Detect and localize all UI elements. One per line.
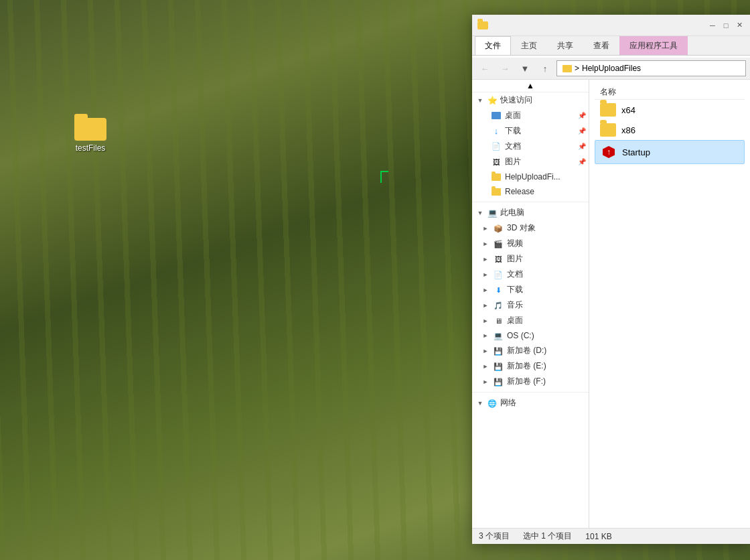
nav-item-documents2[interactable]: ► 文档 <box>472 267 589 282</box>
nav-item-music[interactable]: ► 音乐 <box>472 297 589 313</box>
expand-icon-net: ▼ <box>476 399 484 407</box>
expand-music: ► <box>481 301 490 309</box>
video-icon <box>493 238 504 249</box>
divider2 <box>472 392 589 393</box>
this-pc-label: 此电脑 <box>500 207 524 218</box>
nav-item-vold[interactable]: ► 新加卷 (D:) <box>472 343 589 358</box>
nav-item-downloads[interactable]: ↓ 下载 📌 <box>472 123 589 139</box>
pin-icon-doc: 📌 <box>578 143 586 150</box>
file-item-x86[interactable]: x86 <box>595 120 745 140</box>
window-controls: ─ □ ✕ <box>707 20 745 31</box>
nav-label-helpupload: HelpUploadFi... <box>505 172 560 182</box>
tab-manage[interactable]: 应用程序工具 <box>619 36 688 55</box>
path-arrow: > <box>575 64 579 73</box>
status-count: 3 个项目 <box>479 531 510 542</box>
nav-label-pictures2: 图片 <box>507 253 523 265</box>
network-icon <box>487 398 498 409</box>
nav-item-pictures[interactable]: 🖼 图片 📌 <box>472 154 589 169</box>
doc-nav-icon: 📄 <box>491 141 502 152</box>
network-header[interactable]: ▼ 网络 <box>472 395 589 411</box>
3d-icon <box>493 223 504 234</box>
file-label-startup: Startup <box>622 147 650 157</box>
address-bar: ← → ▼ ↑ > HelpUploadFiles <box>472 58 750 80</box>
folder-icon <box>74 114 106 141</box>
nav-label-vold: 新加卷 (D:) <box>507 345 546 356</box>
d-drive-icon <box>493 346 504 356</box>
expand-vole: ► <box>481 362 490 370</box>
e-drive-icon <box>493 361 504 372</box>
nav-item-helpupload[interactable]: HelpUploadFi... <box>472 169 589 184</box>
this-pc-icon: 💻 <box>487 208 498 218</box>
back-button[interactable]: ← <box>476 60 494 76</box>
expand-dl2: ► <box>481 286 490 294</box>
col-name-label: 名称 <box>600 86 616 98</box>
maximize-button[interactable]: □ <box>721 20 731 31</box>
nav-item-downloads2[interactable]: ► 下载 <box>472 282 589 297</box>
download-nav-icon: ↓ <box>491 126 502 137</box>
release-nav-icon <box>491 186 502 197</box>
ribbon-tabs: 文件 主页 共享 查看 应用程序工具 <box>472 36 750 55</box>
status-bar: 3 个项目 选中 1 个项目 101 KB <box>472 528 750 544</box>
nav-item-desktop[interactable]: 桌面 📌 <box>472 108 589 123</box>
file-pane: 名称 x64 x86 Startup <box>589 80 750 528</box>
file-label-x64: x64 <box>621 105 635 115</box>
pin-icon-pic: 📌 <box>578 158 586 165</box>
file-item-x64[interactable]: x64 <box>595 100 745 120</box>
path-icon <box>562 65 572 72</box>
tab-file[interactable]: 文件 <box>475 36 511 55</box>
status-selected: 选中 1 个项目 <box>523 531 572 542</box>
nav-label-downloads: 下载 <box>505 125 521 137</box>
desktop-nav-icon <box>491 111 502 121</box>
this-pc-header[interactable]: ▼ 💻 此电脑 <box>472 205 589 220</box>
nav-item-3d[interactable]: ► 3D 对象 <box>472 220 589 236</box>
desk2-icon <box>493 316 504 326</box>
cursor <box>380 171 388 183</box>
file-item-startup[interactable]: Startup <box>595 140 745 164</box>
file-explorer-window: ─ □ ✕ 文件 主页 共享 查看 应用程序工具 ← → ▼ ↑ > HelpU… <box>472 15 750 544</box>
recent-button[interactable]: ▼ <box>516 60 534 76</box>
tab-home[interactable]: 主页 <box>511 36 547 55</box>
close-button[interactable]: ✕ <box>734 20 745 31</box>
star-icon <box>487 96 498 105</box>
network-label: 网络 <box>500 397 516 409</box>
tab-view[interactable]: 查看 <box>583 36 619 55</box>
pic2-icon <box>493 254 504 265</box>
nav-item-video[interactable]: ► 视频 <box>472 236 589 251</box>
nav-item-release[interactable]: Release <box>472 184 589 199</box>
quick-access-label: 快速访问 <box>500 94 532 106</box>
pin-icon: 📌 <box>578 112 586 119</box>
expand-osc: ► <box>481 332 490 340</box>
nav-label-vole: 新加卷 (E:) <box>507 360 546 372</box>
nav-label-osc: OS (C:) <box>507 331 534 340</box>
nav-label-release: Release <box>505 187 534 196</box>
tab-share[interactable]: 共享 <box>547 36 583 55</box>
nav-label-video: 视频 <box>507 238 523 249</box>
ribbon: 文件 主页 共享 查看 应用程序工具 <box>472 36 750 58</box>
status-size: 101 KB <box>585 532 611 541</box>
quick-access-header[interactable]: ▼ 快速访问 <box>472 92 589 108</box>
helpupload-nav-icon <box>491 171 502 182</box>
address-path[interactable]: > HelpUploadFiles <box>556 60 746 76</box>
divider <box>472 202 589 202</box>
nav-item-pictures2[interactable]: ► 图片 <box>472 251 589 267</box>
column-header-name[interactable]: 名称 <box>595 85 745 100</box>
nav-item-vole[interactable]: ► 新加卷 (E:) <box>472 358 589 374</box>
nav-item-osc[interactable]: ► OS (C:) <box>472 328 589 343</box>
up-button[interactable]: ↑ <box>536 60 554 76</box>
desktop-icon-testfiles[interactable]: testFiles <box>67 114 114 153</box>
nav-item-desktop2[interactable]: ► 桌面 <box>472 313 589 328</box>
nav-item-documents[interactable]: 📄 文档 📌 <box>472 139 589 154</box>
music-icon <box>493 300 504 311</box>
nav-label-pictures: 图片 <box>505 156 521 167</box>
path-text: HelpUploadFiles <box>582 64 641 73</box>
forward-button[interactable]: → <box>496 60 514 76</box>
main-content: ▲ ▼ 快速访问 桌面 📌 ↓ <box>472 80 750 528</box>
pic-nav-icon: 🖼 <box>491 157 502 167</box>
nav-scroll-up[interactable]: ▲ <box>472 80 589 92</box>
nav-item-volf[interactable]: ► 新加卷 (F:) <box>472 374 589 389</box>
expand-3d: ► <box>481 224 490 232</box>
pin-icon-dl: 📌 <box>578 127 586 135</box>
c-drive-icon <box>493 330 504 341</box>
minimize-button[interactable]: ─ <box>707 20 718 31</box>
expand-icon-pc: ▼ <box>476 209 484 217</box>
